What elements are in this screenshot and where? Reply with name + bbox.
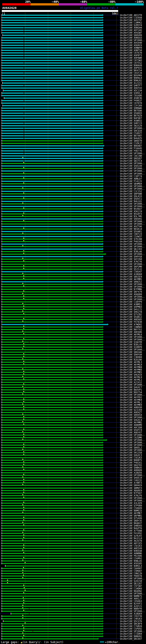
arrowhead-icon [102,228,104,230]
arrowhead-icon [102,477,104,478]
alignment-start-tick [1,213,2,215]
query-gap-triangle-icon [22,476,23,477]
arrowhead-icon [102,150,104,152]
arrowhead-icon [102,293,104,295]
hit-label: UniRef100_C5GM92 [120,557,142,560]
hit-label: UniRef100_Q7SZB2 [120,313,142,316]
query-gap-triangle-icon [23,290,24,291]
hit-label: UniRef100_UPI000.. [120,439,145,441]
query-gap-triangle-icon [23,167,24,168]
hit-label: UniRef100_C5H609 [120,507,142,510]
query-gap-triangle-icon [23,524,24,525]
subject-gap-notch-icon [24,37,24,38]
arrowhead-icon [102,620,104,622]
alignment-start-tick [2,82,3,84]
alignment-start-tick [1,142,2,144]
arrowhead-icon [102,402,104,403]
hit-label: UniRef100_UPI000.. [120,253,145,256]
hit-bar [2,500,102,501]
subject-gap-notch-icon [24,42,24,44]
alignment-start-tick [1,248,2,250]
arrowhead-icon [102,64,104,66]
alignment-start-tick [1,550,2,552]
query-gap-triangle-icon [23,592,24,593]
query-gap-triangle-icon [22,604,23,606]
query-gap-triangle-icon [23,260,24,261]
hit-bar [2,374,102,375]
hit-bar [2,523,102,524]
query-gap-triangle-icon [23,162,24,163]
alignment-start-tick [1,178,2,180]
alignment-start-tick [1,17,2,18]
arrowhead-icon [102,381,104,383]
arrowhead-icon [102,522,104,524]
hit-label: UniRef100_A0EHZ7 [120,411,142,414]
hit-bar [2,88,102,89]
query-gap-triangle-icon [22,348,23,349]
alignment-start-tick [1,600,2,602]
subject-gap-notch-icon [24,133,24,134]
hit-bar [2,160,102,162]
hit-bar [2,424,102,426]
alignment-start-tick [1,389,2,391]
query-gap-triangle-icon [22,272,23,274]
hit-bar [2,467,102,468]
hit-label: UniRef100_Q4GXC4 [120,419,142,421]
arrowhead-icon [102,338,104,340]
hit-bar [2,246,102,247]
alignment-start-tick [1,505,2,506]
alignment-start-tick [1,220,2,222]
hit-label: UniRef100_C1BT74 [120,175,142,178]
alignment-start-tick [1,170,2,172]
hit-bar [2,540,102,542]
alignment-start-tick [1,422,2,423]
alignment-start-tick [1,532,2,534]
scale-label: ~80% [108,0,116,4]
hit-label: UniRef100_A9SGW7 [120,32,142,34]
hit-label: UniRef100_C1HDK6 [120,587,142,590]
hit-bar [2,50,102,51]
alignment-start-tick [1,494,2,496]
query-gap-triangle-icon [23,509,24,510]
alignment-start-tick [1,256,2,258]
hit-bar [2,420,102,420]
arrowhead-icon [102,512,104,514]
arrowhead-icon [102,570,104,572]
arrowhead-icon [102,414,104,416]
hit-bar [2,555,102,556]
hit-label: UniRef100_B6T4H7 [120,134,142,137]
hit-label: UniRef100_P41092 [120,532,142,534]
hit-label: UniRef100_B8MEI5 [120,510,142,512]
query-gap-triangle-icon [22,282,23,284]
arrowhead-icon [102,175,104,177]
hit-bar [2,465,102,466]
hit-label: UniRef100_UPI000.. [120,172,145,175]
alignment-start-tick [1,278,2,280]
subject-gap-notch-icon [24,47,24,48]
scale-segment [59,3,87,6]
hit-bar [2,518,102,519]
subject-gap-notch-icon [24,57,24,58]
hit-label: UniRef100_Q7PVB9 [120,504,142,507]
query-gap-triangle-icon [23,313,24,314]
hit-label: UniRef100_B6VC54 [120,69,142,72]
hit-label: UniRef100_B4MZL3 [120,565,142,567]
hit-bar [2,631,102,632]
hit-bar [2,14,102,16]
query-gap-triangle-icon [23,220,24,221]
alignment-start-tick [1,409,2,411]
hit-bar [2,296,102,298]
alignment-start-tick [1,117,2,119]
alignment-start-tick [1,472,2,474]
hit-bar [2,558,102,559]
arrowhead-icon [102,326,104,328]
hit-bar [2,382,102,383]
query-gap-triangle-icon [23,416,24,417]
hit-label: UniRef100_UPI000.. [120,245,145,248]
hit-label: UniRef100_C9SY39 [120,615,142,618]
hit-label: UniRef100_UPI000.. [120,220,145,223]
query-gap-triangle-icon [23,454,24,454]
query-gap-triangle-icon [22,157,23,158]
hit-bar [2,553,102,554]
alignment-start-tick [1,132,2,134]
